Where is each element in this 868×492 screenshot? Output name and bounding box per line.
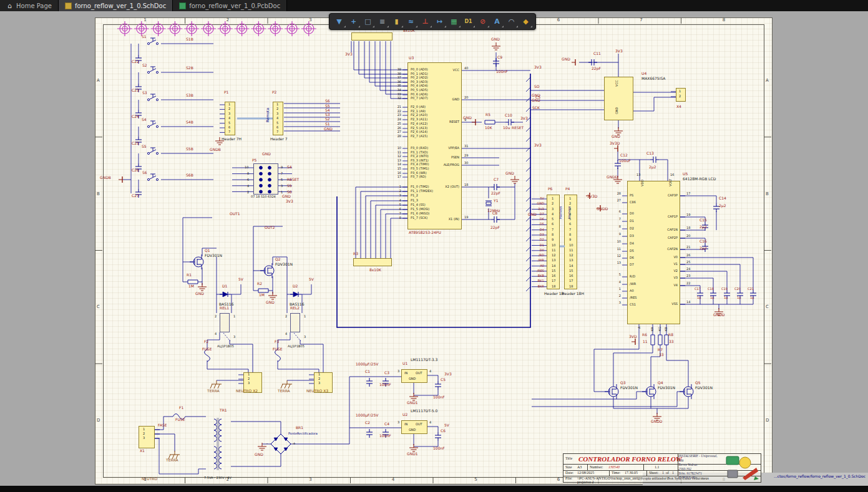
schematic-sheet — [95, 17, 773, 485]
size-value: A3 — [577, 465, 582, 469]
select-area-icon[interactable]: □ — [361, 15, 375, 28]
no-erc-icon[interactable]: ⊘ — [475, 15, 490, 28]
place-wire-icon[interactable]: ≈ — [404, 15, 418, 28]
arc-icon[interactable]: ◠ — [504, 15, 519, 28]
sheet-title: CONTROLADOR FORNO RELOW — [578, 455, 682, 463]
tab-home-page[interactable]: ⌂Home Page — [0, 0, 59, 11]
power-port-icon[interactable]: ⊥ — [418, 15, 432, 28]
title-label: Title — [565, 456, 572, 460]
date-value: 12/08/2025 — [577, 471, 594, 475]
tab-label: Home Page — [16, 2, 52, 9]
tab-label: forno_reflow_ver_1_0.SchDoc — [75, 2, 166, 9]
text-icon[interactable]: A — [490, 15, 504, 28]
sheet-total: 1 — [672, 471, 674, 475]
probe-icon[interactable]: ↦ — [432, 15, 447, 28]
document-path-note: ...ctos/forno_reflow/forno_reflow_ver_1_… — [774, 474, 866, 478]
align-icon[interactable]: ≡ — [375, 15, 389, 28]
active-bar-toolbar: ▼+□≡▮≈⊥↦▦D1⊘A◠◆ — [329, 13, 536, 30]
company-line: 2560-392 — [678, 467, 723, 471]
home-icon: ⌂ — [6, 2, 13, 9]
status-bar — [0, 486, 868, 492]
time-label: Time: — [612, 471, 620, 475]
number-label: Number: — [590, 465, 603, 469]
revision-value: 1.1 — [655, 465, 660, 469]
filter-icon[interactable]: ▼ — [332, 15, 346, 28]
altium-designer-window: { "colors":{"wire":"#00008c","net_text":… — [0, 0, 868, 492]
sheet-label: Sheet: — [649, 471, 658, 475]
tab-label: forno_reflow_ver_1_0.PcbDoc — [189, 2, 280, 9]
of-label: of — [666, 471, 669, 475]
company-logo-image — [724, 454, 759, 481]
polygon-icon[interactable]: ◆ — [519, 15, 533, 28]
company-line: Telm. 917823471 — [678, 471, 723, 476]
sheet-border — [103, 24, 764, 478]
tab-forno_reflow_ver_1_0.SchDoc[interactable]: forno_reflow_ver_1_0.SchDoc — [59, 0, 173, 11]
sheet-symbol-icon[interactable]: ▦ — [447, 15, 461, 28]
company-line: INSTALSERIE - Unipessoal, Lda — [678, 454, 723, 463]
designator-icon[interactable]: D1 — [461, 15, 475, 28]
schdoc-icon — [65, 2, 72, 9]
company-info: INSTALSERIE - Unipessoal, LdaTorres Vedr… — [678, 454, 723, 480]
move-icon[interactable]: + — [346, 15, 361, 28]
pcbdoc-icon — [179, 2, 186, 9]
number-value: 130540 — [608, 465, 620, 469]
date-label: Date: — [565, 471, 573, 475]
document-tab-bar: ⌂Home Pageforno_reflow_ver_1_0.SchDocfor… — [0, 0, 868, 11]
company-line: PORTUGAL — [678, 475, 723, 480]
company-line: Torres Vedras — [678, 463, 723, 467]
time-value: 17.30.05 — [625, 471, 638, 475]
file-label: File: — [565, 476, 572, 480]
sheet-no: 1 — [662, 471, 664, 475]
place-part-icon[interactable]: ▮ — [389, 15, 404, 28]
size-label: Size — [565, 465, 572, 469]
tab-forno_reflow_ver_1_0.PcbDoc[interactable]: forno_reflow_ver_1_0.PcbDoc — [173, 0, 287, 11]
